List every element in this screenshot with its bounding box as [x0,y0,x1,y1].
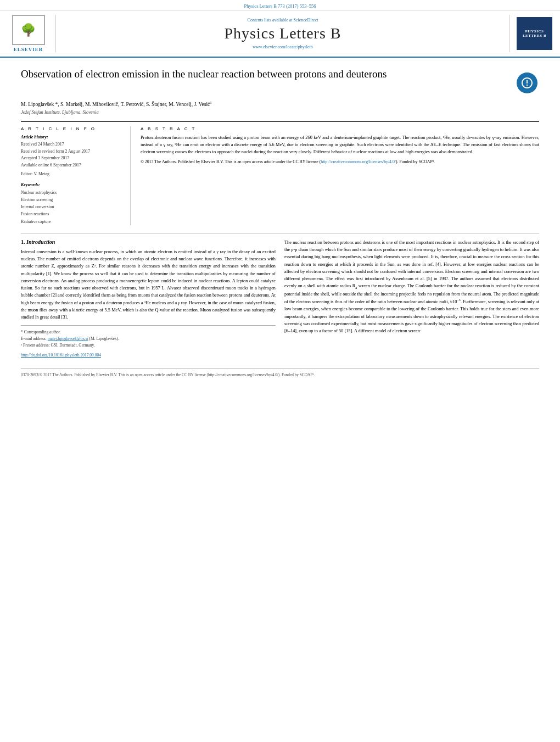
authors-line: M. Lipoglavšek *, S. Markelj, M. Mihovil… [21,101,539,107]
article-history-heading: Article history: [21,135,124,140]
keyword-1: Nuclear astrophysics [21,189,124,196]
right-column: The nuclear reaction between protons and… [284,239,539,358]
crossmark-circle [517,72,537,93]
affiliation-line: Jožef Stefan Institute, Ljubljana, Slove… [21,109,539,115]
journal-logo-right: PHYSICS LETTERS B [509,15,553,52]
abstract-text: Proton–deuteron fusion reaction has been… [141,135,539,156]
keyword-4: Fusion reactions [21,210,124,217]
elsevier-name: ELSEVIER [14,47,43,52]
received-date: Received 24 March 2017 [21,141,124,148]
crossmark-icon[interactable] [514,70,539,95]
revised-date: Received in revised form 2 August 2017 [21,148,124,155]
predicted-text: predicted [522,321,539,326]
abstract-copyright: © 2017 The Authors. Published by Elsevie… [141,159,539,165]
keyword-3: Internal conversion [21,203,124,210]
intro-heading: 1. Introduction [21,239,276,245]
keyword-2: Electron screening [21,196,124,203]
abstract-column: A B S T R A C T Proton–deuteron fusion r… [141,126,539,225]
footnote-section: * Corresponding author. E-mail address: … [21,325,276,349]
journal-citation: Physics Letters B 773 (2017) 553–556 [244,3,316,9]
page-wrapper: Physics Letters B 773 (2017) 553–556 🌳 E… [0,0,560,742]
accepted-date: Accepted 3 September 2017 [21,155,124,161]
editor-line: Editor: V. Metag [21,171,124,177]
intro-paragraph-1: Internal conversion is a well-known nucl… [21,248,276,321]
journal-title: Physics Letters B [225,25,341,42]
bottom-text: 0370-2693/© 2017 The Authors. Published … [21,372,315,377]
sciencedirect-link[interactable]: ScienceDirect [294,18,318,23]
contents-line: Contents lists available at ScienceDirec… [248,18,318,23]
elsevier-logo: 🌳 ELSEVIER [7,15,56,52]
journal-header: 🌳 ELSEVIER Contents lists available at S… [0,10,560,58]
keywords-heading: Keywords: [21,182,124,187]
email-label: E-mail address: [21,336,47,341]
right-paragraph-1: The nuclear reaction between protons and… [284,239,539,335]
abstract-heading: A B S T R A C T [141,126,539,131]
journal-citation-bar: Physics Letters B 773 (2017) 553–556 [0,0,560,10]
main-content: 1. Introduction Internal conversion is a… [21,233,539,358]
left-column: 1. Introduction Internal conversion is a… [21,239,276,358]
section-number: 1. [21,239,26,245]
keyword-5: Radiative capture [21,218,124,225]
article-info-heading: A R T I C L E I N F O [21,126,124,131]
article-info-abstract: A R T I C L E I N F O Article history: R… [21,121,539,225]
bottom-bar: 0370-2693/© 2017 The Authors. Published … [21,369,539,381]
right-box-text: PHYSICS LETTERS B [517,27,552,40]
footnote-1: ¹ Present address: GSI, Darmstadt, Germa… [21,342,276,349]
cc-license-link[interactable]: http://creativecommons.org/licenses/by/4… [321,159,396,164]
doi-link[interactable]: http://dx.doi.org/10.1016/j.physletb.201… [21,353,101,358]
available-date: Available online 6 September 2017 [21,162,124,169]
journal-right-box: PHYSICS LETTERS B [517,17,552,50]
elsevier-logo-box: 🌳 [12,15,45,45]
keywords-section: Keywords: Nuclear astrophysics Electron … [21,182,124,225]
email-link[interactable]: matej.lipoglavsek@ijs.si [48,336,88,341]
email-line: E-mail address: matej.lipoglavsek@ijs.si… [21,336,276,342]
email-name: (M. Lipoglavšek). [89,336,119,341]
article-title: Observation of electron emission in the … [21,68,387,81]
article-title-section: Observation of electron emission in the … [21,68,539,95]
elsevier-tree-icon: 🌳 [21,24,36,36]
journal-center-header: Contents lists available at ScienceDirec… [61,15,504,52]
authors-text: M. Lipoglavšek *, S. Markelj, M. Mihovil… [21,102,210,107]
article-info-column: A R T I C L E I N F O Article history: R… [21,126,131,225]
corresponding-author-note: * Corresponding author. [21,329,276,336]
doi-line: http://dx.doi.org/10.1016/j.physletb.201… [21,352,276,358]
article-body: Observation of electron emission in the … [0,58,560,364]
journal-url[interactable]: www.elsevier.com/locate/physletb [253,44,313,49]
author-superscript: 1 [210,101,212,105]
